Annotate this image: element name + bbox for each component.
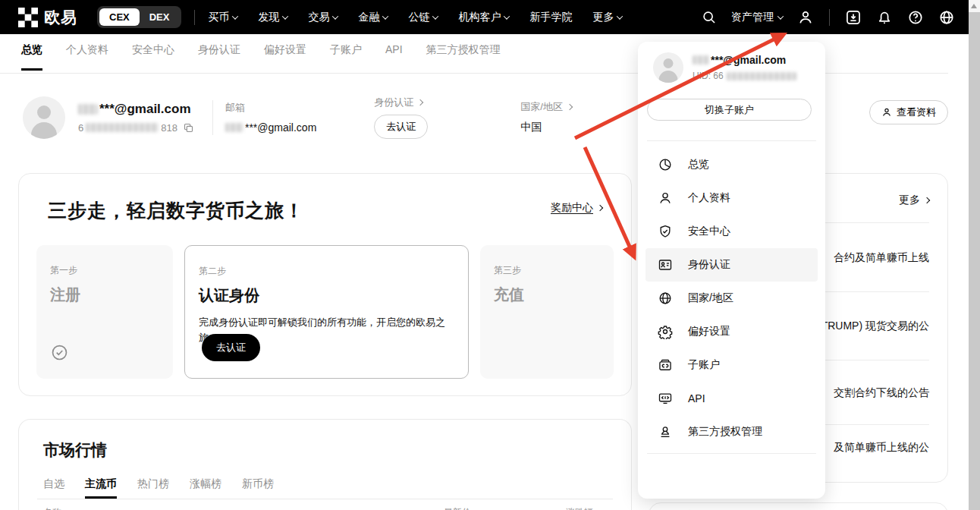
menu-item-buy[interactable]: 买币	[208, 11, 237, 24]
tab-identity[interactable]: 身份认证	[198, 43, 240, 71]
market-tab-gainers[interactable]: 涨幅榜	[190, 477, 221, 499]
api-icon	[658, 391, 673, 406]
globe-icon	[658, 291, 673, 306]
tab-preferences[interactable]: 偏好设置	[264, 43, 306, 71]
cex-dex-toggle: CEX DEX	[97, 6, 181, 28]
okx-logo[interactable]: 欧易	[18, 7, 77, 28]
chevron-down-icon	[332, 13, 338, 19]
reward-center-link[interactable]: 奖励中心	[551, 201, 602, 215]
dropdown-divider	[647, 453, 816, 454]
brand-name: 欧易	[44, 7, 77, 28]
step-register-card: 第一步 注册	[36, 245, 173, 379]
logout-button[interactable]: 退出登录	[638, 499, 825, 510]
step-verify-card: 第二步 认证身份 完成身份认证即可解锁我们的所有功能，开启您的欧易之旅。 去认证	[184, 245, 469, 379]
menu-item-institutional[interactable]: 机构客户	[458, 11, 509, 24]
dropdown-item-api[interactable]: API	[638, 382, 825, 415]
dropdown-item-preferences[interactable]: 偏好设置	[638, 315, 825, 348]
market-tab-new[interactable]: 新币榜	[242, 477, 274, 499]
market-tab-hot[interactable]: 热门榜	[137, 477, 169, 499]
copy-icon[interactable]	[183, 122, 194, 134]
view-profile-button[interactable]: 查看资料	[869, 100, 948, 124]
tab-api[interactable]: API	[385, 43, 403, 71]
email-label: 邮箱	[225, 101, 316, 115]
onboarding-banner-card: 三步走，轻启数字货币之旅！ 奖励中心 第一步 注册 第二步 认证身份 完成身份认…	[18, 173, 632, 396]
menu-item-academy[interactable]: 新手学院	[529, 11, 572, 24]
tab-overview[interactable]: 总览	[21, 43, 42, 71]
market-tab-favorites[interactable]: 自选	[43, 477, 64, 499]
download-app-icon[interactable]	[845, 9, 862, 26]
dropdown-item-overview[interactable]: 总览	[638, 148, 825, 181]
nav-divider	[194, 10, 195, 25]
dropdown-header: ***@gmail.com UID: 66	[638, 42, 825, 83]
account-user-icon[interactable]	[797, 9, 814, 26]
tab-third-party[interactable]: 第三方授权管理	[426, 43, 501, 71]
toggle-cex[interactable]: CEX	[99, 8, 140, 26]
okx-logo-icon	[18, 8, 38, 27]
dropdown-item-identity[interactable]: 身份认证	[645, 248, 818, 282]
email-value: ***@gmail.com	[225, 121, 316, 134]
subaccount-icon	[658, 357, 673, 373]
dropdown-item-security[interactable]: 安全中心	[638, 215, 825, 248]
okx-account-overview-page: 欧易 CEX DEX 买币 发现 交易 金融 公链 机构客户 新手学院 更多 资…	[0, 0, 980, 510]
search-icon[interactable]	[701, 9, 717, 25]
dropdown-item-subaccount[interactable]: 子账户	[638, 348, 825, 382]
shield-check-icon	[658, 224, 673, 239]
market-tab-mainstream[interactable]: 主流币	[85, 477, 117, 499]
profile-uid: 6 818	[78, 122, 194, 134]
assets-management-menu[interactable]: 资产管理	[731, 11, 783, 24]
dropdown-item-third-party[interactable]: 第三方授权管理	[638, 415, 825, 449]
dropdown-item-profile[interactable]: 个人资料	[638, 181, 825, 215]
chevron-right-icon	[924, 197, 930, 203]
page-scrollbar[interactable]	[969, 0, 980, 510]
verify-identity-button[interactable]: 去认证	[374, 115, 428, 139]
main-menu: 买币 发现 交易 金融 公链 机构客户 新手学院 更多	[208, 11, 622, 24]
chevron-down-icon	[282, 13, 288, 19]
tab-security[interactable]: 安全中心	[132, 43, 174, 71]
scrollbar-thumb[interactable]	[969, 12, 980, 510]
account-dropdown: ***@gmail.com UID: 66 切换子账户 总览 个人资料 安全中	[638, 42, 825, 499]
dropdown-uid: UID: 66	[693, 71, 796, 81]
help-icon[interactable]	[907, 9, 924, 26]
kyc-label[interactable]: 身份认证	[374, 96, 428, 109]
step-tag: 第三步	[494, 264, 600, 277]
chevron-down-icon	[432, 13, 438, 19]
announcement-item[interactable]: TRUMP) 现货交易的公	[821, 320, 929, 333]
step-title: 充值	[494, 285, 600, 305]
dropdown-divider	[647, 140, 816, 141]
redacted-email-prefix	[693, 55, 709, 65]
tab-subaccount[interactable]: 子账户	[330, 43, 362, 71]
redacted-email-prefix	[225, 123, 243, 132]
stamp-icon	[658, 424, 673, 439]
region-label[interactable]: 国家/地区	[520, 100, 572, 114]
menu-item-finance[interactable]: 金融	[358, 11, 388, 24]
tab-profile[interactable]: 个人资料	[66, 43, 108, 71]
gear-icon	[658, 324, 673, 339]
dropdown-item-region[interactable]: 国家/地区	[638, 282, 825, 315]
menu-item-discover[interactable]: 发现	[258, 11, 287, 24]
menu-item-chain[interactable]: 公链	[408, 11, 438, 24]
step-title: 注册	[50, 285, 159, 305]
go-verify-button[interactable]: 去认证	[202, 334, 260, 361]
switch-subaccount-button[interactable]: 切换子账户	[647, 99, 812, 121]
column-header-change: 涨跌幅	[566, 506, 593, 510]
market-title: 市场行情	[43, 439, 607, 461]
announcement-item[interactable]: 交割合约下线的公告	[834, 386, 929, 400]
language-globe-icon[interactable]	[938, 9, 955, 26]
avatar	[653, 52, 683, 83]
column-header-price: 最新价	[444, 506, 471, 510]
chevron-down-icon	[504, 13, 510, 19]
toggle-dex[interactable]: DEX	[140, 8, 180, 26]
menu-item-trade[interactable]: 交易	[308, 11, 338, 24]
chevron-down-icon	[382, 13, 388, 19]
notifications-bell-icon[interactable]	[876, 9, 893, 26]
profile-summary: ***@gmail.com 6 818 邮箱 ***@gmail.com 身份认…	[23, 96, 572, 139]
id-card-icon	[658, 257, 673, 272]
menu-item-more[interactable]: 更多	[592, 11, 622, 24]
overview-icon	[658, 157, 673, 172]
assets-label: 资产管理	[731, 11, 774, 24]
announcements-more-link[interactable]: 更多	[899, 194, 929, 207]
scrollbar-up-arrow[interactable]	[971, 4, 977, 8]
announcement-item[interactable]: 合约及简单赚币上线	[834, 251, 929, 265]
profile-divider	[212, 100, 213, 135]
announcement-item[interactable]: 及简单赚币上线的公	[834, 441, 929, 455]
